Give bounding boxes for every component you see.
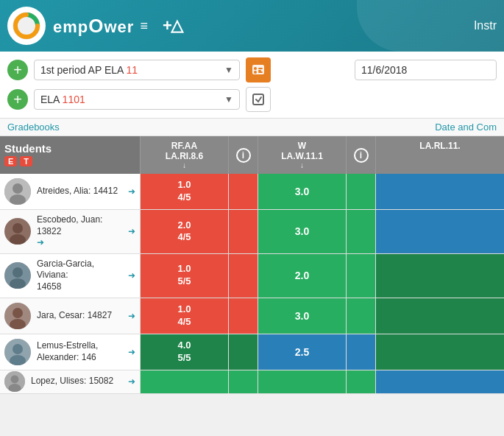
svg-point-6 <box>254 71 257 74</box>
add-course-icon[interactable]: +△ <box>163 16 182 35</box>
student-cell: Escobedo, Juan: 13822➜ ➜ <box>0 210 140 253</box>
badge-e[interactable]: E <box>4 156 17 166</box>
table-row: Lemus-Estrella,Alexander: 146 ➜ 4.05/5 2… <box>0 334 504 370</box>
student-arrow[interactable]: ➜ <box>128 347 135 357</box>
grade-info-gap <box>228 298 258 334</box>
grade-info-gap <box>228 254 258 298</box>
logo <box>7 7 46 45</box>
grade-cell-red[interactable]: 1.05/5 <box>140 254 228 298</box>
class-dropdown-text: 1st period AP ELA 11 <box>40 64 221 76</box>
grid-header: Students E T RF.AALA.RI.8.6 ↓ i WLA.W.11… <box>0 136 504 174</box>
students-column-header: Students E T <box>0 136 140 174</box>
grade-info-gap2 <box>346 334 375 370</box>
student-name: Atreides, Alia: 14412 <box>37 186 122 197</box>
course-row: + ELA 1101 ▼ <box>7 87 497 112</box>
student-name: Garcia-Garcia, Viviana:14658 <box>37 259 122 293</box>
class-dropdown-arrow: ▼ <box>224 65 233 75</box>
table-row: Garcia-Garcia, Viviana:14658 ➜ 1.05/5 2.… <box>0 254 504 298</box>
svg-point-1 <box>23 22 30 29</box>
svg-point-3 <box>254 67 257 70</box>
grade-info-gap <box>228 174 258 209</box>
tab-left: Gradebooks <box>0 119 67 136</box>
grade-info-gap <box>228 370 258 393</box>
svg-point-10 <box>13 183 23 194</box>
course-dropdown-text: ELA 1101 <box>40 94 221 105</box>
toolbar: + 1st period AP ELA 11 ▼ + ELA 11 <box>0 52 504 119</box>
grade-info-gap2 <box>346 210 375 253</box>
student-arrow[interactable]: ➜ <box>128 226 135 236</box>
grade-cell-green[interactable]: 3.0 <box>258 210 346 253</box>
svg-point-25 <box>11 376 19 384</box>
students-label: Students <box>4 142 135 155</box>
student-name: Escobedo, Juan: 13822➜ <box>37 214 122 249</box>
grade-cell-blue[interactable]: 2.5 <box>258 334 346 370</box>
grade-cell-red[interactable]: 2.04/5 <box>140 210 228 253</box>
table-row: Escobedo, Juan: 13822➜ ➜ 2.04/5 3.0 <box>0 210 504 254</box>
tab-section: Gradebooks Date and Com <box>0 119 504 136</box>
avatar <box>4 371 25 392</box>
col3-label: LA.RL.11. <box>380 141 500 151</box>
gradebooks-tab[interactable]: Gradebooks <box>7 122 60 133</box>
col1-info-icon[interactable]: i <box>236 148 251 163</box>
class-icon-button[interactable] <box>246 57 271 82</box>
svg-point-19 <box>13 308 23 318</box>
avatar <box>4 339 31 365</box>
grade-info-gap2 <box>346 174 375 209</box>
grade-cell-darkgreen[interactable]: 4.05/5 <box>140 334 228 370</box>
col2-header: WLA.W.11.1 ↓ <box>258 136 346 174</box>
grade-grid: Students E T RF.AALA.RI.8.6 ↓ i WLA.W.11… <box>0 136 504 394</box>
col2-sort[interactable]: ↓ <box>263 161 341 169</box>
course-dropdown-arrow: ▼ <box>224 94 233 105</box>
svg-point-16 <box>13 267 23 278</box>
col1-sort[interactable]: ↓ <box>145 161 224 169</box>
student-cell: Atreides, Alia: 14412 ➜ <box>0 174 140 209</box>
grade-cell-green[interactable]: 2.0 <box>258 254 346 298</box>
grade-cell-darkgreen[interactable] <box>375 254 504 298</box>
grade-cell-red[interactable]: 1.04/5 <box>140 174 228 209</box>
add-class-button[interactable]: + <box>7 60 28 80</box>
course-dropdown[interactable]: ELA 1101 ▼ <box>34 89 240 110</box>
col2-info-icon[interactable]: i <box>354 148 369 163</box>
student-arrow[interactable]: ➜ <box>128 311 135 321</box>
col1-label: RF.AALA.RI.8.6 <box>145 141 224 161</box>
table-row: Atreides, Alia: 14412 ➜ 1.04/5 3.0 <box>0 174 504 210</box>
student-name: Jara, Cesar: 14827 <box>37 310 122 322</box>
col2-label: WLA.W.11.1 <box>263 141 341 161</box>
student-cell: Garcia-Garcia, Viviana:14658 ➜ <box>0 254 140 298</box>
grade-cell-darkgreen[interactable] <box>375 334 504 370</box>
grade-info-gap2 <box>346 254 375 298</box>
badge-t[interactable]: T <box>20 156 32 166</box>
grade-info-gap <box>228 210 258 253</box>
student-arrow[interactable]: ➜ <box>128 186 135 197</box>
svg-rect-8 <box>253 94 263 105</box>
grade-info-gap <box>228 334 258 370</box>
course-icon-button[interactable] <box>246 87 271 112</box>
grade-cell-darkgreen[interactable] <box>375 298 504 334</box>
grade-cell-green[interactable]: 3.0 <box>258 298 346 334</box>
table-row: Lopez, Ulises: 15082 ➜ <box>0 370 504 394</box>
grade-cell-blue[interactable] <box>375 174 504 209</box>
col1-info[interactable]: i <box>228 136 258 174</box>
brand-name: empOwer <box>53 15 134 38</box>
date-tab[interactable]: Date and Com <box>435 122 497 133</box>
student-arrow[interactable]: ➜ <box>128 270 135 281</box>
grade-cell-green[interactable]: 3.0 <box>258 174 346 209</box>
grade-cell-green[interactable] <box>140 370 228 393</box>
class-row: + 1st period AP ELA 11 ▼ <box>7 57 497 82</box>
col2-info[interactable]: i <box>346 136 375 174</box>
add-course-button[interactable]: + <box>7 89 28 110</box>
date-input[interactable] <box>355 60 497 80</box>
class-dropdown[interactable]: 1st period AP ELA 11 ▼ <box>34 60 240 80</box>
grade-cell-green2[interactable] <box>258 370 346 393</box>
svg-point-13 <box>13 223 23 233</box>
col3-header: LA.RL.11. <box>375 136 504 174</box>
header-right-label: Instr <box>474 0 504 52</box>
filter-badges: E T <box>4 156 135 166</box>
student-cell: Lemus-Estrella,Alexander: 146 ➜ <box>0 334 140 370</box>
student-arrow[interactable]: ➜ <box>128 376 135 387</box>
grade-cell-red[interactable]: 1.04/5 <box>140 298 228 334</box>
grade-cell-blue[interactable] <box>375 210 504 253</box>
hamburger-icon[interactable]: ≡ <box>140 18 148 34</box>
svg-rect-5 <box>258 70 261 71</box>
grade-cell-blue[interactable] <box>375 370 504 393</box>
